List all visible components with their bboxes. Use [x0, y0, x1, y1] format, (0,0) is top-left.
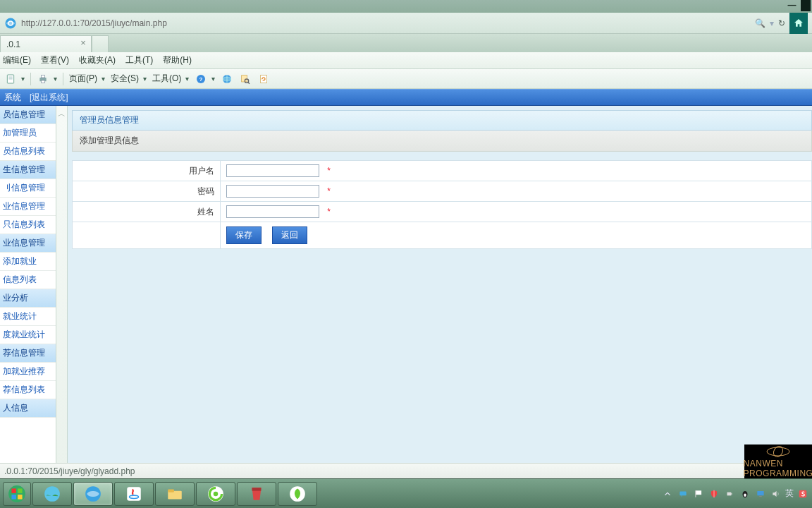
panel: 管理员信息管理 添加管理员信息 用户名 * 密码 * [72, 110, 812, 249]
sidebar-item-0[interactable]: 员信息管理 [0, 106, 56, 124]
tray-penguin-icon[interactable] [739, 488, 751, 500]
sidebar-item-14[interactable]: 加就业推荐 [0, 363, 56, 381]
task-green-app[interactable] [196, 482, 235, 506]
toolbar-page[interactable]: 页面(P) [69, 73, 97, 85]
svg-point-39 [744, 493, 746, 497]
sidebar-item-1[interactable]: 加管理员 [0, 124, 56, 143]
toolbar-sep-2 [63, 73, 63, 85]
username-input[interactable] [226, 164, 319, 177]
sysbar-logout-link[interactable]: [退出系统] [30, 92, 68, 104]
sidebar-item-10[interactable]: 业分析 [0, 289, 56, 308]
help-icon[interactable]: ? [195, 73, 207, 85]
browser-tab[interactable]: .0.1 × [0, 35, 92, 52]
sidebar-item-15[interactable]: 荐信息列表 [0, 381, 56, 399]
password-required-star: * [327, 186, 331, 196]
toolbar-safety[interactable]: 安全(S) [111, 73, 139, 85]
svg-rect-31 [252, 488, 262, 490]
addr-separator: ▾ [770, 18, 774, 28]
svg-text:?: ? [199, 76, 203, 83]
username-label: 用户名 [73, 161, 221, 181]
safety-drop[interactable]: ▾ [143, 75, 147, 83]
sidebar-item-16[interactable]: 人信息 [0, 399, 56, 418]
panel-title: 管理员信息管理 [72, 110, 812, 131]
tray-monitor-icon[interactable] [754, 488, 767, 500]
svg-rect-41 [759, 495, 762, 496]
menu-bar: 编辑(E) 查看(V) 收藏夹(A) 工具(T) 帮助(H) [0, 52, 812, 69]
sidebar-item-12[interactable]: 度就业统计 [0, 326, 56, 344]
refresh-sheet-icon[interactable] [257, 73, 270, 85]
main-area: 员信息管理加管理员员信息列表生信息管理刂信息管理业信息管理只信息列表业信息管理添… [0, 106, 812, 478]
print-drop[interactable]: ▾ [54, 75, 57, 83]
svg-point-30 [214, 491, 219, 496]
tray-power-icon[interactable] [723, 488, 736, 500]
sidebar-item-13[interactable]: 荐信息管理 [0, 344, 56, 363]
task-red-app[interactable] [237, 482, 276, 506]
svg-rect-33 [679, 491, 686, 495]
help-drop[interactable]: ▾ [211, 75, 215, 83]
url-text[interactable]: http://127.0.0.1:70/2015/jiuyc/main.php [21, 18, 751, 28]
window-restore-button[interactable] [801, 0, 811, 11]
tray-flag-icon[interactable] [692, 488, 705, 500]
menu-tools[interactable]: 工具(T) [125, 54, 153, 66]
start-button[interactable] [3, 482, 31, 506]
refresh-icon[interactable]: ↻ [778, 18, 785, 28]
doc-icon[interactable] [4, 73, 17, 85]
menu-favorites[interactable]: 收藏夹(A) [79, 54, 116, 66]
sysbar-system-label: 系统 [4, 92, 21, 104]
sidebar-item-6[interactable]: 只信息列表 [0, 216, 56, 234]
system-tray: 英 [661, 488, 809, 500]
svg-rect-15 [261, 75, 267, 83]
tray-sogou-icon[interactable] [796, 488, 809, 500]
task-explorer[interactable] [155, 482, 195, 506]
content-pane: 管理员信息管理 添加管理员信息 用户名 * 密码 * [68, 106, 812, 478]
task-browser-world[interactable] [32, 482, 72, 506]
task-java[interactable] [114, 482, 154, 506]
save-button[interactable]: 保存 [226, 226, 262, 244]
tray-chat-icon[interactable] [677, 488, 689, 500]
tools-drop[interactable]: ▾ [185, 75, 189, 83]
svg-rect-6 [41, 75, 44, 77]
tray-shield-icon[interactable] [708, 488, 720, 500]
sidebar-item-11[interactable]: 就业统计 [0, 308, 56, 326]
sidebar-item-7[interactable]: 业信息管理 [0, 234, 56, 253]
sidebar-item-9[interactable]: 信息列表 [0, 271, 56, 289]
globe-icon[interactable] [221, 73, 233, 85]
taskbar-left [3, 482, 317, 506]
username-required-star: * [327, 166, 331, 176]
name-required-star: * [327, 207, 331, 217]
sidebar-item-8[interactable]: 添加就业 [0, 253, 56, 271]
doc-drop[interactable]: ▾ [21, 75, 25, 83]
svg-rect-37 [731, 492, 732, 494]
menu-help[interactable]: 帮助(H) [163, 54, 192, 66]
password-label: 密码 [73, 181, 221, 202]
svg-rect-20 [18, 488, 23, 493]
password-input[interactable] [226, 185, 319, 198]
name-input[interactable] [226, 205, 319, 218]
sidebar-item-5[interactable]: 业信息管理 [0, 198, 56, 216]
new-tab-button[interactable] [92, 35, 109, 52]
tray-chevron-icon[interactable] [661, 488, 674, 500]
task-ie[interactable] [73, 482, 113, 506]
back-button[interactable]: 返回 [272, 226, 307, 244]
print-icon[interactable] [37, 73, 49, 85]
task-leaf-app[interactable] [278, 482, 317, 506]
menu-view[interactable]: 查看(V) [41, 54, 69, 66]
search-icon[interactable]: 🔍 [755, 18, 765, 28]
find-icon[interactable] [239, 73, 252, 85]
home-button[interactable] [789, 13, 808, 34]
toolbar-tools[interactable]: 工具(O) [152, 73, 181, 85]
sidebar-item-2[interactable]: 员信息列表 [0, 143, 56, 161]
sidebar-item-3[interactable]: 生信息管理 [0, 161, 56, 179]
scroll-up-icon[interactable]: ︿ [58, 109, 66, 119]
menu-edit[interactable]: 编辑(E) [3, 54, 31, 66]
window-minimize-button[interactable]: — [787, 1, 796, 11]
tray-ime-icon[interactable]: 英 [785, 488, 794, 500]
page-drop[interactable]: ▾ [102, 75, 105, 83]
svg-point-23 [44, 486, 60, 502]
tab-close-icon[interactable]: × [78, 39, 88, 49]
app-system-bar: 系统 [退出系统] [0, 89, 812, 106]
tray-volume-icon[interactable] [770, 488, 782, 500]
row-password: 密码 * [73, 181, 812, 202]
sidebar-scroll[interactable]: ︿ ﹀ [56, 106, 68, 478]
sidebar-item-4[interactable]: 刂信息管理 [0, 179, 56, 198]
